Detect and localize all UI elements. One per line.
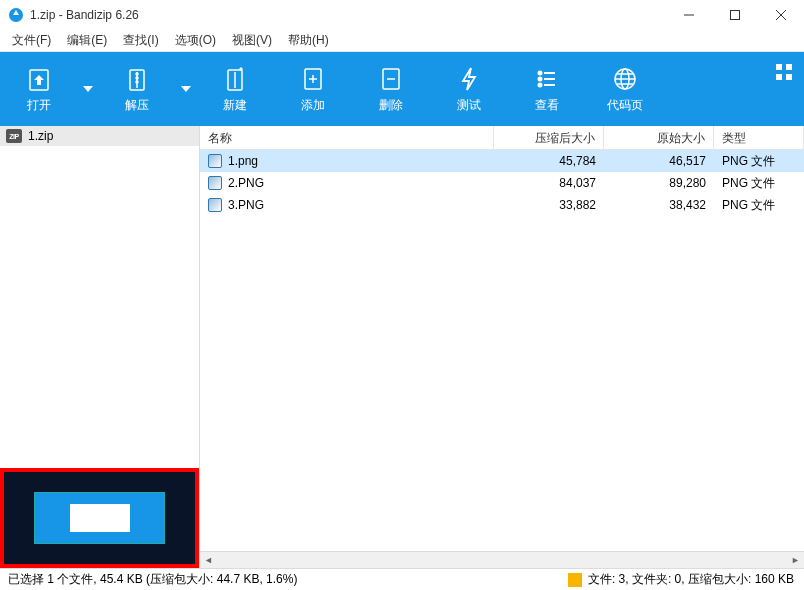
svg-point-9 (136, 77, 138, 79)
main-pane: 名称 压缩后大小 原始大小 类型 1.png45,78446,517PNG 文件… (200, 126, 804, 568)
add-icon (299, 65, 327, 93)
menu-find[interactable]: 查找(I) (115, 30, 166, 51)
svg-point-22 (539, 83, 542, 86)
toolbar-apps-icon[interactable] (774, 62, 794, 82)
image-file-icon (208, 176, 222, 190)
sidebar: ZIP 1.zip (0, 126, 200, 568)
svg-point-10 (136, 81, 138, 83)
menu-view[interactable]: 视图(V) (224, 30, 280, 51)
toolbar: 打开 解压 新建 添加 删除 测试 查看 代码页 (0, 52, 804, 126)
menubar: 文件(F) 编辑(E) 查找(I) 选项(O) 视图(V) 帮助(H) (0, 30, 804, 52)
view-button[interactable]: 查看 (508, 52, 586, 126)
svg-point-8 (136, 73, 138, 75)
extract-icon (123, 65, 151, 93)
cell-compressed: 33,882 (494, 198, 604, 212)
status-right: 文件: 3, 文件夹: 0, 压缩包大小: 160 KB (588, 571, 804, 588)
tree-root-label: 1.zip (28, 129, 53, 143)
table-row[interactable]: 2.PNG84,03789,280PNG 文件 (200, 172, 804, 194)
open-label: 打开 (27, 97, 51, 114)
delete-button[interactable]: 删除 (352, 52, 430, 126)
cell-name: 3.PNG (200, 198, 494, 212)
preview-pane[interactable] (0, 468, 199, 568)
cell-original: 38,432 (604, 198, 714, 212)
svg-rect-29 (776, 64, 782, 70)
horizontal-scrollbar[interactable]: ◄ ► (200, 551, 804, 568)
column-type[interactable]: 类型 (714, 126, 804, 150)
column-compressed[interactable]: 压缩后大小 (494, 126, 604, 150)
status-left: 已选择 1 个文件, 45.4 KB (压缩包大小: 44.7 KB, 1.6%… (0, 571, 560, 588)
delete-label: 删除 (379, 97, 403, 114)
cell-name: 2.PNG (200, 176, 494, 190)
body: ZIP 1.zip 名称 压缩后大小 原始大小 类型 1.png45,78446… (0, 126, 804, 568)
menu-file[interactable]: 文件(F) (4, 30, 59, 51)
cell-original: 89,280 (604, 176, 714, 190)
cell-compressed: 84,037 (494, 176, 604, 190)
delete-icon (377, 65, 405, 93)
tree-root[interactable]: ZIP 1.zip (0, 126, 199, 146)
menu-help[interactable]: 帮助(H) (280, 30, 337, 51)
menu-edit[interactable]: 编辑(E) (59, 30, 115, 51)
file-name: 3.PNG (228, 198, 264, 212)
svg-rect-30 (786, 64, 792, 70)
status-bar: 已选择 1 个文件, 45.4 KB (压缩包大小: 44.7 KB, 1.6%… (0, 568, 804, 590)
table-row[interactable]: 3.PNG33,88238,432PNG 文件 (200, 194, 804, 216)
extract-label: 解压 (125, 97, 149, 114)
file-name: 2.PNG (228, 176, 264, 190)
cell-compressed: 45,784 (494, 154, 604, 168)
file-name: 1.png (228, 154, 258, 168)
maximize-button[interactable] (712, 0, 758, 30)
new-label: 新建 (223, 97, 247, 114)
preview-thumbnail (34, 492, 165, 544)
preview-thumbnail-detail (70, 504, 130, 532)
cell-type: PNG 文件 (714, 197, 804, 214)
new-button[interactable]: 新建 (196, 52, 274, 126)
zip-icon: ZIP (6, 129, 22, 143)
column-name[interactable]: 名称 (200, 126, 494, 150)
scroll-left-icon[interactable]: ◄ (200, 552, 217, 569)
svg-rect-31 (776, 74, 782, 80)
minimize-button[interactable] (666, 0, 712, 30)
svg-point-18 (539, 71, 542, 74)
svg-point-20 (539, 77, 542, 80)
file-list[interactable]: 1.png45,78446,517PNG 文件2.PNG84,03789,280… (200, 150, 804, 551)
view-icon (533, 65, 561, 93)
app-icon (8, 7, 24, 23)
cell-name: 1.png (200, 154, 494, 168)
column-headers: 名称 压缩后大小 原始大小 类型 (200, 126, 804, 150)
status-archive-icon (568, 573, 582, 587)
cell-type: PNG 文件 (714, 153, 804, 170)
image-file-icon (208, 154, 222, 168)
svg-rect-2 (731, 11, 740, 20)
svg-rect-32 (786, 74, 792, 80)
open-dropdown[interactable] (78, 52, 98, 126)
extract-dropdown[interactable] (176, 52, 196, 126)
menu-options[interactable]: 选项(O) (167, 30, 224, 51)
cell-original: 46,517 (604, 154, 714, 168)
test-icon (455, 65, 483, 93)
codepage-label: 代码页 (607, 97, 643, 114)
cell-type: PNG 文件 (714, 175, 804, 192)
open-button[interactable]: 打开 (0, 52, 78, 126)
globe-icon (611, 65, 639, 93)
add-button[interactable]: 添加 (274, 52, 352, 126)
close-button[interactable] (758, 0, 804, 30)
view-label: 查看 (535, 97, 559, 114)
archive-tree[interactable]: ZIP 1.zip (0, 126, 199, 468)
scroll-right-icon[interactable]: ► (787, 552, 804, 569)
open-icon (25, 65, 53, 93)
table-row[interactable]: 1.png45,78446,517PNG 文件 (200, 150, 804, 172)
test-button[interactable]: 测试 (430, 52, 508, 126)
extract-button[interactable]: 解压 (98, 52, 176, 126)
test-label: 测试 (457, 97, 481, 114)
window-title: 1.zip - Bandizip 6.26 (30, 8, 666, 22)
column-original[interactable]: 原始大小 (604, 126, 714, 150)
image-file-icon (208, 198, 222, 212)
add-label: 添加 (301, 97, 325, 114)
new-icon (221, 65, 249, 93)
codepage-button[interactable]: 代码页 (586, 52, 664, 126)
titlebar: 1.zip - Bandizip 6.26 (0, 0, 804, 30)
